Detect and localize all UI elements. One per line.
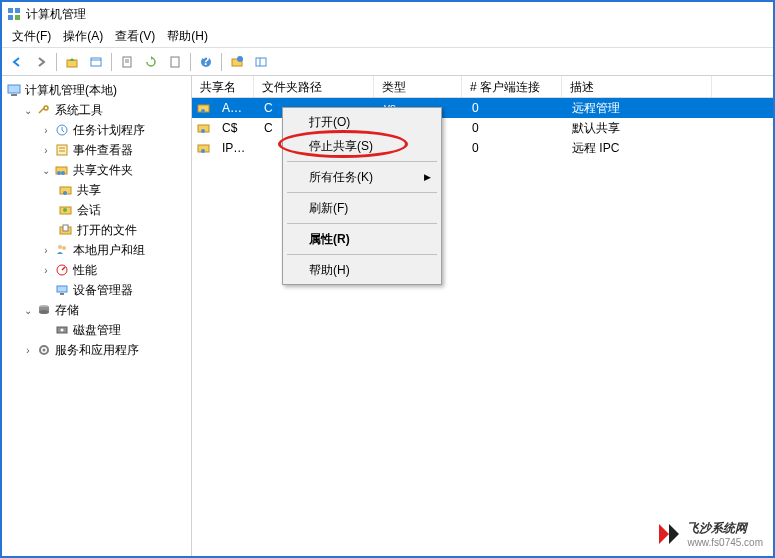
tree-root[interactable]: 计算机管理(本地): [4, 80, 189, 100]
svg-point-14: [237, 56, 243, 62]
tree-label: 存储: [55, 302, 79, 319]
tree-storage[interactable]: ⌄ 存储: [4, 300, 189, 320]
svg-point-25: [61, 171, 65, 175]
back-button[interactable]: [6, 51, 28, 73]
view-mode-button[interactable]: [250, 51, 272, 73]
tree-label: 本地用户和组: [73, 242, 145, 259]
help-button[interactable]: ?: [195, 51, 217, 73]
ctx-properties[interactable]: 属性(R): [285, 227, 439, 251]
storage-icon: [36, 302, 52, 318]
watermark-url: www.fs0745.com: [687, 537, 763, 548]
cell-desc: 默认共享: [564, 120, 714, 137]
col-header-clients[interactable]: # 客户端连接: [462, 76, 562, 97]
menu-action[interactable]: 操作(A): [57, 26, 109, 47]
spacer: [40, 284, 52, 296]
tree-system-tools[interactable]: ⌄ 系统工具: [4, 100, 189, 120]
tree-label: 系统工具: [55, 102, 103, 119]
list-row[interactable]: AD... C vs 0 远程管理: [192, 98, 773, 118]
tree-label: 共享: [77, 182, 101, 199]
list-row[interactable]: C$ C vs 0 默认共享: [192, 118, 773, 138]
svg-point-39: [39, 310, 49, 314]
expand-icon[interactable]: ›: [40, 124, 52, 136]
expand-icon[interactable]: ›: [40, 264, 52, 276]
forward-button[interactable]: [30, 51, 52, 73]
toolbar-separator: [221, 53, 222, 71]
svg-rect-15: [256, 58, 266, 66]
ctx-stop-sharing[interactable]: 停止共享(S): [285, 134, 439, 158]
svg-rect-35: [57, 286, 67, 292]
up-folder-button[interactable]: [61, 51, 83, 73]
expand-icon[interactable]: ›: [40, 144, 52, 156]
list-row[interactable]: IPC$ vs 0 远程 IPC: [192, 138, 773, 158]
ctx-label: 刷新(F): [309, 200, 348, 217]
collapse-icon[interactable]: ⌄: [40, 164, 52, 176]
share-icon: [196, 140, 212, 156]
refresh-button[interactable]: [140, 51, 162, 73]
tree-event-viewer[interactable]: › 事件查看器: [4, 140, 189, 160]
tree-task-scheduler[interactable]: › 任务计划程序: [4, 120, 189, 140]
svg-rect-10: [171, 57, 179, 67]
device-icon: [54, 282, 70, 298]
properties-button[interactable]: [164, 51, 186, 73]
tree-services-apps[interactable]: › 服务和应用程序: [4, 340, 189, 360]
tree-shares[interactable]: 共享: [4, 180, 189, 200]
svg-rect-4: [67, 60, 77, 67]
watermark-logo-icon: [655, 520, 683, 548]
svg-rect-0: [8, 8, 13, 13]
svg-point-33: [62, 246, 66, 250]
context-menu: 打开(O) 停止共享(S) 所有任务(K)▶ 刷新(F) 属性(R) 帮助(H): [282, 107, 442, 285]
show-hide-button[interactable]: [85, 51, 107, 73]
menu-view[interactable]: 查看(V): [109, 26, 161, 47]
list-panel: 共享名 文件夹路径 类型 # 客户端连接 描述 AD... C vs 0 远程管…: [192, 76, 773, 556]
tree-shared-folders[interactable]: ⌄ 共享文件夹: [4, 160, 189, 180]
ctx-refresh[interactable]: 刷新(F): [285, 196, 439, 220]
tree-label: 任务计划程序: [73, 122, 145, 139]
ctx-open[interactable]: 打开(O): [285, 110, 439, 134]
col-header-desc[interactable]: 描述: [562, 76, 712, 97]
tree-local-users[interactable]: › 本地用户和组: [4, 240, 189, 260]
tree-sessions[interactable]: 会话: [4, 200, 189, 220]
tree-disk-mgmt[interactable]: 磁盘管理: [4, 320, 189, 340]
svg-rect-18: [11, 94, 17, 96]
tree-performance[interactable]: › 性能: [4, 260, 189, 280]
export-button[interactable]: [116, 51, 138, 73]
open-files-icon: [58, 222, 74, 238]
spacer: [40, 324, 52, 336]
ctx-all-tasks[interactable]: 所有任务(K)▶: [285, 165, 439, 189]
menu-file[interactable]: 文件(F): [6, 26, 57, 47]
event-icon: [54, 142, 70, 158]
ctx-help[interactable]: 帮助(H): [285, 258, 439, 282]
svg-point-49: [201, 149, 205, 153]
svg-rect-20: [57, 145, 67, 155]
svg-rect-3: [15, 15, 20, 20]
cell-desc: 远程管理: [564, 100, 714, 117]
svg-rect-17: [8, 85, 20, 93]
sessions-icon: [58, 202, 74, 218]
tree-device-manager[interactable]: 设备管理器: [4, 280, 189, 300]
new-share-button[interactable]: [226, 51, 248, 73]
col-header-path[interactable]: 文件夹路径: [254, 76, 374, 97]
toolbar-separator: [190, 53, 191, 71]
svg-rect-1: [15, 8, 20, 13]
menu-help[interactable]: 帮助(H): [161, 26, 214, 47]
clock-icon: [54, 122, 70, 138]
toolbar-separator: [111, 53, 112, 71]
ctx-label: 属性(R): [309, 231, 350, 248]
ctx-separator: [287, 192, 437, 193]
tree-label: 磁盘管理: [73, 322, 121, 339]
ctx-label: 帮助(H): [309, 262, 350, 279]
collapse-icon[interactable]: ⌄: [22, 304, 34, 316]
col-header-type[interactable]: 类型: [374, 76, 462, 97]
col-header-name[interactable]: 共享名: [192, 76, 254, 97]
submenu-arrow-icon: ▶: [424, 172, 431, 182]
computer-icon: [6, 82, 22, 98]
disk-icon: [54, 322, 70, 338]
tree-label: 会话: [77, 202, 101, 219]
collapse-icon[interactable]: ⌄: [22, 104, 34, 116]
expand-icon[interactable]: ›: [22, 344, 34, 356]
tree-open-files[interactable]: 打开的文件: [4, 220, 189, 240]
tree-panel: 计算机管理(本地) ⌄ 系统工具 › 任务计划程序 › 事件查看器 ⌄ 共享文件…: [2, 76, 192, 556]
cell-name: IPC$: [214, 141, 256, 155]
svg-rect-31: [63, 225, 68, 231]
expand-icon[interactable]: ›: [40, 244, 52, 256]
